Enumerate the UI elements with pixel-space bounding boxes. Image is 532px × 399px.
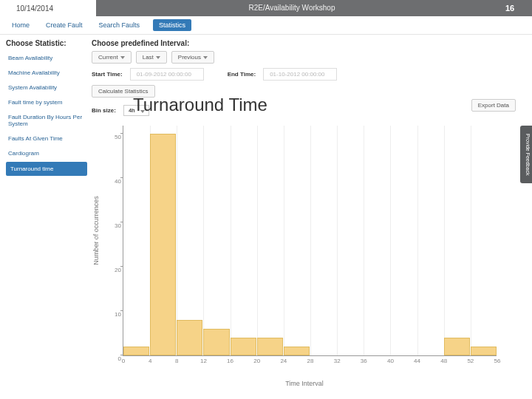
x-tick: 28 [307,355,314,364]
stat-fault-time-by-system[interactable]: Fault time by system [6,96,87,109]
x-axis-label: Time Interval [285,380,324,387]
x-tick: 44 [414,355,420,364]
x-tick: 56 [494,355,501,364]
caret-icon [120,56,125,59]
tab-statistics[interactable]: Statistics [153,19,191,31]
nav-tabs: Home Create Fault Search Faults Statisti… [0,16,532,35]
sidebar-title: Choose Statistic: [6,39,87,47]
start-time-input[interactable]: 01-09-2012 00:00:00 [130,68,204,81]
x-tick: 52 [467,355,474,364]
y-tick: 30 [103,222,123,229]
interval-current-button[interactable]: Current [92,51,132,64]
stat-faults-at-given-time[interactable]: Faults At Given Time [6,132,87,145]
x-tick: 16 [227,355,233,364]
gridline [390,126,391,355]
gridline [364,126,364,355]
x-tick: 12 [200,355,207,364]
gridline [257,126,258,355]
bin-size-label: Bin size: [92,107,116,114]
y-tick-mark [120,133,123,134]
stat-turnaround-time[interactable]: Turnaround time [6,162,87,176]
stat-machine-availability[interactable]: Machine Availability [6,66,87,79]
y-tick: 20 [103,267,123,273]
header-date: 10/14/2014 [0,4,96,13]
end-time-label: End Time: [228,71,256,78]
x-tick: 24 [280,355,287,364]
export-data-button[interactable]: Export Data [471,99,516,112]
chart-bar [203,329,229,355]
chart-overlay-title: Turnaround Time [133,95,267,115]
chart-plot: 04812162024283236404448525601020304050 [123,126,497,356]
y-tick: 10 [103,311,123,318]
gridline [337,126,338,355]
gridline [203,126,204,355]
gridline [284,126,284,355]
gridline [444,126,445,355]
x-tick: 32 [334,355,341,364]
chart-bar [284,347,310,355]
chart-bar [257,338,283,355]
chart-bar [471,347,497,355]
x-tick: 8 [175,355,178,364]
chart-bar [150,134,176,355]
end-time-input[interactable]: 01-10-2012 00:00:00 [263,68,337,81]
stat-system-availability[interactable]: System Availability [6,81,87,94]
interval-last-button[interactable]: Last [136,51,167,64]
y-tick-mark [120,310,123,311]
gridline [310,126,311,355]
y-axis-label: Number of occurrences [92,196,100,265]
sidebar: Choose Statistic: Beam Availability Mach… [0,35,87,178]
y-tick-mark [120,177,123,178]
chart-bar [123,347,149,355]
x-tick: 40 [387,355,394,364]
x-tick: 48 [440,355,447,364]
x-tick: 20 [253,355,260,364]
gridline [231,126,231,355]
gridline [417,126,418,355]
chart-bar [231,338,256,355]
y-tick-mark [120,266,123,267]
gridline [471,126,471,355]
y-tick: 40 [103,178,123,185]
tab-home[interactable]: Home [9,19,33,31]
interval-previous-button[interactable]: Previous [171,51,214,64]
header-title: R2E/Availability Workshop [96,0,488,16]
chart-bar [444,338,470,355]
feedback-tab[interactable]: Provide Feedback [520,126,532,183]
tab-search-faults[interactable]: Search Faults [96,19,143,31]
chart-bar [177,320,202,355]
y-tick-mark [120,222,123,222]
caret-icon [156,56,160,59]
tab-create-fault[interactable]: Create Fault [43,19,86,31]
start-time-label: Start Time: [92,71,123,78]
header-page: 16 [488,0,532,16]
caret-icon [203,56,208,59]
y-tick: 50 [103,134,123,140]
x-tick: 4 [149,355,151,364]
x-tick: 36 [361,355,367,364]
stat-cardiogram[interactable]: Cardiogram [6,147,87,160]
y-tick: 0 [103,355,123,362]
chart-area: Number of occurrences 048121620242832364… [98,120,511,386]
stat-beam-availability[interactable]: Beam Availability [6,52,87,64]
interval-title: Choose predefined Interval: [92,39,526,47]
stat-fault-duration-by-hours[interactable]: Fault Duration By Hours Per System [6,111,87,130]
slide-header: 10/14/2014 R2E/Availability Workshop 16 [0,0,532,16]
